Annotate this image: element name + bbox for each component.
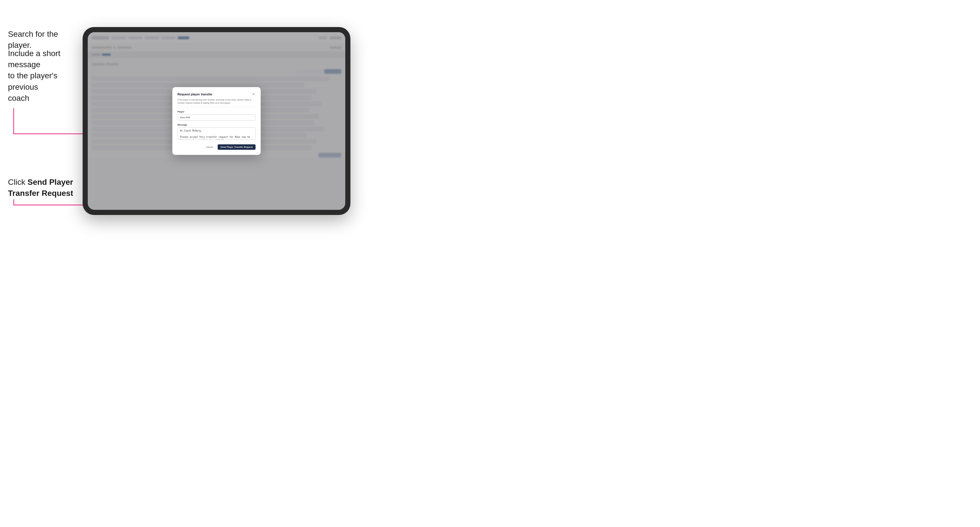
- modal-description: If the player is transferring from anoth…: [178, 98, 256, 107]
- player-label: Player: [178, 111, 256, 113]
- tablet-screen: Update Roster: [88, 32, 345, 210]
- modal-overlay: Request player transfer ✕ If the player …: [88, 32, 345, 210]
- modal-title: Request player transfer: [178, 92, 213, 96]
- modal-actions: Cancel Send Player Transfer Request: [178, 144, 256, 150]
- annotation-click: Click Send Player Transfer Request: [8, 176, 82, 199]
- send-transfer-request-button[interactable]: Send Player Transfer Request: [218, 144, 256, 150]
- message-textarea[interactable]: Hi Coach McHarg, Please accept this tran…: [178, 127, 256, 140]
- tablet-device: Update Roster: [83, 27, 350, 215]
- message-label: Message: [178, 124, 256, 126]
- annotation-search: Search for the player.: [8, 29, 80, 51]
- player-input[interactable]: [178, 114, 256, 121]
- modal-header: Request player transfer ✕: [178, 92, 256, 96]
- modal-close-button[interactable]: ✕: [251, 92, 256, 96]
- cancel-button[interactable]: Cancel: [204, 144, 215, 149]
- annotation-message: Include a short message to the player's …: [8, 48, 82, 104]
- transfer-request-modal: Request player transfer ✕ If the player …: [172, 87, 261, 155]
